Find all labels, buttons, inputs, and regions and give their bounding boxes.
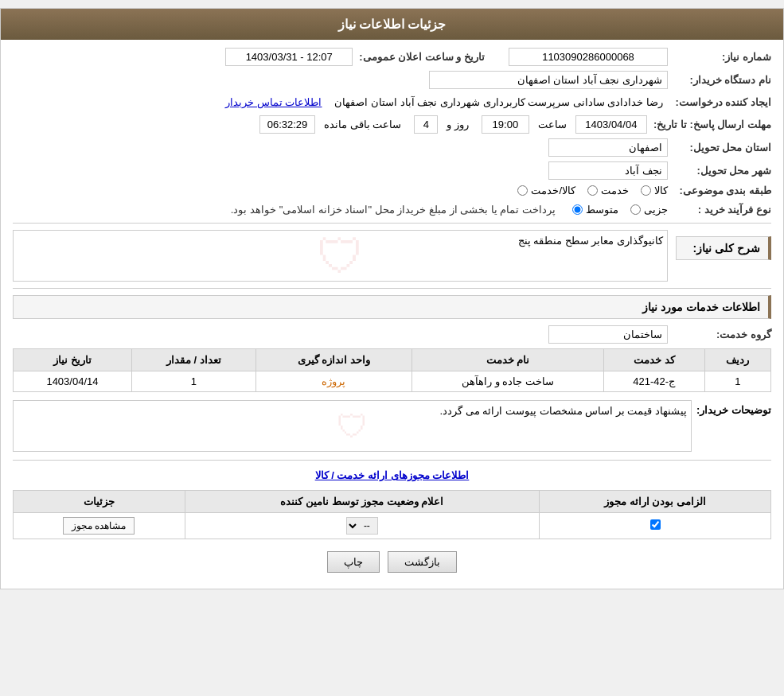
deadline-days: 4: [414, 115, 438, 134]
license-col-status-header: اعلام وضعیت مجوز توسط نامین کننده: [185, 491, 540, 513]
buyer-org-row: نام دستگاه خریدار: شهرداری نجف آباد استا…: [13, 71, 771, 89]
col-unit-header: واحد اندازه گیری: [255, 349, 412, 371]
buyer-notes-area: 🛡 document.querySelector('[data-name="bu…: [13, 400, 692, 452]
category-both-radio[interactable]: [517, 185, 528, 196]
cell-count: 1: [131, 371, 255, 392]
province-row: استان محل تحویل: اصفهان: [13, 138, 771, 157]
license-col-mandatory-header: الزامی بودن ارائه مجوز: [540, 491, 771, 513]
page-wrapper: جزئیات اطلاعات نیاز شماره نیاز: 11030902…: [0, 8, 784, 589]
contact-link[interactable]: اطلاعات تماس خریدار: [225, 96, 322, 108]
need-number-label: شماره نیاز:: [668, 51, 771, 63]
cell-name: ساخت جاده و راهآهن: [412, 371, 603, 392]
page-title: جزئیات اطلاعات نیاز: [338, 17, 447, 31]
divider-1: [13, 223, 771, 224]
divider-2: [13, 288, 771, 289]
purchase-partial-radio[interactable]: [630, 204, 641, 215]
send-deadline-label: مهلت ارسال پاسخ: تا تاریخ:: [647, 119, 771, 130]
license-col-details-header: جزئیات: [14, 491, 185, 513]
license-details-cell: مشاهده مجوز: [14, 513, 185, 539]
license-mandatory-checkbox[interactable]: [650, 519, 661, 530]
cell-row: 1: [704, 371, 770, 392]
buyer-notes-label: توضیحات خریدار:: [692, 400, 771, 416]
show-license-button[interactable]: مشاهده مجوز: [63, 517, 135, 535]
purchase-partial-item: جزیی: [630, 204, 668, 216]
license-section-title[interactable]: اطلاعات مجوزهای ارائه خدمت / کالا: [13, 465, 771, 486]
need-desc-textarea[interactable]: [14, 231, 667, 278]
back-button[interactable]: بازگشت: [388, 551, 457, 573]
creator-value: رضا خدادادی سادانی سرپرست کاربرداری شهرد…: [330, 94, 668, 111]
divider-3: [13, 460, 771, 461]
col-name-header: نام خدمت: [412, 349, 603, 371]
service-group-value: ساختمان: [548, 325, 668, 344]
category-service-label: خدمت: [601, 185, 629, 196]
province-label: استان محل تحویل:: [668, 142, 771, 154]
services-section-title: اطلاعات خدمات مورد نیاز: [13, 295, 771, 319]
print-button[interactable]: چاپ: [327, 551, 380, 573]
need-number-row: شماره نیاز: 1103090286000068 تاریخ و ساع…: [13, 48, 771, 66]
need-number-value: 1103090286000068: [509, 48, 668, 66]
bottom-buttons: بازگشت چاپ: [13, 543, 771, 581]
creator-label: ایجاد کننده درخواست:: [668, 96, 771, 108]
col-row-header: ردیف: [704, 349, 770, 371]
license-table-row: -- مشاهده مجوز: [14, 513, 771, 539]
category-goods-radio[interactable]: [641, 185, 651, 196]
category-both-item: کالا/خدمت: [517, 185, 575, 196]
announce-date-label: تاریخ و ساعت اعلان عمومی:: [353, 51, 485, 63]
license-status-cell: --: [185, 513, 540, 539]
category-row: طبقه بندی موضوعی: کالا خدمت کالا/خدمت: [13, 185, 771, 196]
service-group-label: گروه خدمت:: [668, 329, 771, 340]
table-row: 1 ج-42-421 ساخت جاده و راهآهن پروژه 1 14…: [14, 371, 771, 392]
category-both-label: کالا/خدمت: [531, 185, 575, 196]
purchase-type-row: نوع فرآیند خرید : جزیی متوسط پرداخت تمام…: [13, 201, 771, 218]
deadline-time: 19:00: [482, 115, 529, 134]
buyer-notes-textarea[interactable]: [14, 401, 691, 449]
buyer-notes-container: 🛡 document.querySelector('[data-name="bu…: [13, 400, 692, 452]
purchase-note: پرداخت تمام یا بخشی از مبلغ خریداز محل "…: [226, 201, 560, 218]
category-service-item: خدمت: [587, 185, 629, 196]
deadline-time-label: ساعت: [533, 116, 571, 133]
page-header: جزئیات اطلاعات نیاز: [1, 9, 783, 40]
deadline-row: مهلت ارسال پاسخ: تا تاریخ: 1403/04/04 سا…: [13, 115, 771, 134]
cell-date: 1403/04/14: [14, 371, 132, 392]
category-goods-item: کالا: [641, 185, 668, 196]
col-date-header: تاریخ نیاز: [14, 349, 132, 371]
need-desc-label: شرح کلی نیاز:: [676, 236, 771, 260]
deadline-days-label: روز و: [442, 116, 474, 133]
creator-row: ایجاد کننده درخواست: رضا خدادادی سادانی …: [13, 94, 771, 111]
buyer-org-value: شهرداری نجف آباد استان اصفهان: [429, 71, 668, 89]
cell-unit: پروژه: [255, 371, 412, 392]
purchase-medium-radio[interactable]: [572, 204, 583, 215]
need-desc-row: شرح کلی نیاز: 🛡 document.querySelector('…: [13, 230, 771, 282]
license-status-select[interactable]: --: [346, 517, 378, 535]
deadline-remain-label: ساعت باقی مانده: [319, 116, 406, 133]
service-group-row: گروه خدمت: ساختمان: [13, 325, 771, 344]
category-goods-label: کالا: [654, 185, 668, 196]
category-label: طبقه بندی موضوعی:: [668, 185, 771, 196]
buyer-notes-row: توضیحات خریدار: 🛡 document.querySelector…: [13, 400, 771, 452]
purchase-partial-label: جزیی: [644, 204, 668, 216]
services-table: ردیف کد خدمت نام خدمت واحد اندازه گیری ت…: [13, 348, 771, 392]
need-desc-container: 🛡 document.querySelector('[data-name="ne…: [13, 230, 668, 282]
need-desc-area: 🛡 document.querySelector('[data-name="ne…: [13, 230, 668, 282]
license-table: الزامی بودن ارائه مجوز اعلام وضعیت مجوز …: [13, 490, 771, 539]
category-service-radio[interactable]: [587, 185, 598, 196]
city-row: شهر محل تحویل: نجف آباد: [13, 161, 771, 180]
deadline-date: 1403/04/04: [575, 115, 647, 134]
col-count-header: تعداد / مقدار: [131, 349, 255, 371]
buyer-org-label: نام دستگاه خریدار:: [668, 74, 771, 86]
province-value: اصفهان: [548, 138, 668, 157]
city-label: شهر محل تحویل:: [668, 165, 771, 177]
cell-code: ج-42-421: [603, 371, 704, 392]
purchase-medium-item: متوسط: [572, 204, 618, 216]
col-code-header: کد خدمت: [603, 349, 704, 371]
announce-date-value: 1403/03/31 - 12:07: [225, 48, 353, 66]
deadline-remain: 06:32:29: [259, 115, 315, 134]
city-value: نجف آباد: [548, 161, 668, 180]
category-radio-group: کالا خدمت کالا/خدمت: [517, 185, 668, 196]
main-content: شماره نیاز: 1103090286000068 تاریخ و ساع…: [1, 40, 783, 589]
purchase-type-label: نوع فرآیند خرید :: [668, 204, 771, 216]
license-mandatory-cell: [540, 513, 771, 539]
purchase-type-radio-group: جزیی متوسط: [572, 204, 668, 216]
purchase-medium-label: متوسط: [586, 204, 618, 216]
